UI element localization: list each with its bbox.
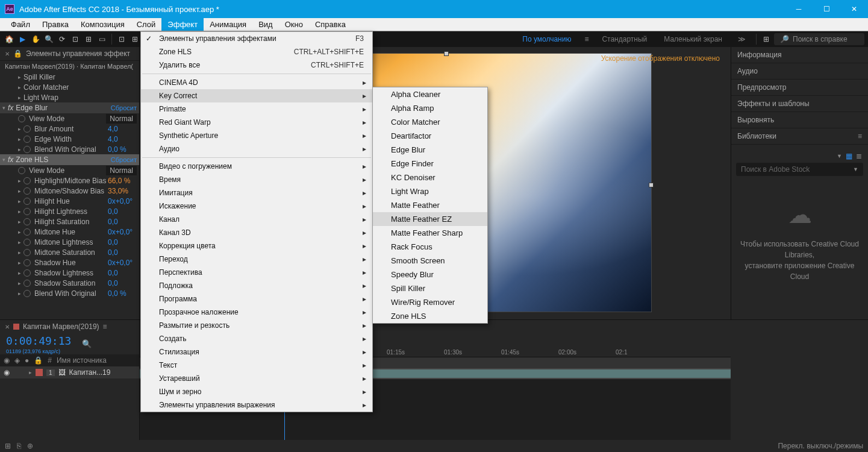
fx-prop-Blur Amount[interactable]: ▸Blur Amount4,0 (0, 124, 139, 134)
fx-group-Zone HLS[interactable]: ▾ fx Zone HLSСбросит (0, 154, 139, 165)
zoom-tool-icon[interactable]: 🔍 (43, 34, 54, 45)
fx-Spill Killer[interactable]: ▸Spill Killer (0, 72, 139, 82)
submenu-item-Speedy Blur[interactable]: Speedy Blur (373, 268, 487, 281)
status-icon3[interactable]: ⊕ (27, 442, 33, 450)
grid-icon[interactable]: ⊞ (761, 34, 772, 45)
search-help-input[interactable]: 🔎Поиск в справке (774, 33, 864, 45)
pan-behind-icon[interactable]: ⊞ (83, 34, 94, 45)
panel-Выровнять[interactable]: Выровнять (731, 112, 868, 128)
menu-item-Переход[interactable]: Переход▸ (141, 253, 372, 266)
menu-item-Red Giant Warp[interactable]: Red Giant Warp▸ (141, 116, 372, 129)
fx-prop-Edge Width[interactable]: ▸Edge Width4,0 (0, 134, 139, 144)
minimize-button[interactable]: ─ (785, 0, 813, 18)
menu-item-Стилизация[interactable]: Стилизация▸ (141, 345, 372, 359)
fx-prop-Highlight/Midtone Bias[interactable]: ▸Highlight/Midtone Bias66,0 % (0, 175, 139, 186)
menu-Слой[interactable]: Слой (131, 18, 162, 31)
submenu-item-Edge Blur[interactable]: Edge Blur (373, 143, 487, 157)
fx-prop-Hilight Lightness[interactable]: ▸Hilight Lightness0,0 (0, 206, 139, 216)
submenu-item-Smooth Screen[interactable]: Smooth Screen (373, 254, 487, 268)
menu-item-Программа[interactable]: Программа▸ (141, 292, 372, 306)
fx-prop-View Mode[interactable]: View ModeNormal (0, 113, 139, 124)
submenu-item-Color Matcher[interactable]: Color Matcher (373, 115, 487, 129)
status-icon2[interactable]: ⎘ (17, 442, 21, 450)
workspace-standard[interactable]: Стандартный (595, 35, 654, 43)
timeline-comp-tab[interactable]: ✕ Капитан Марвел(2019) ≡ (0, 320, 139, 333)
shape-tool-icon[interactable]: ▭ (96, 34, 107, 45)
timecode[interactable]: 0:00:49:13 (0, 333, 77, 348)
menu-item-Канал[interactable]: Канал▸ (141, 213, 372, 226)
maximize-button[interactable]: ☐ (813, 0, 840, 18)
comp-menu-icon[interactable]: ≡ (103, 322, 107, 331)
submenu-item-Matte Feather[interactable]: Matte Feather (373, 198, 487, 212)
camera-tool-icon[interactable]: ⊡ (70, 34, 81, 45)
menu-item-Элементы управления эффектами[interactable]: ✓Элементы управления эффектамиF3 (141, 32, 372, 45)
snap-icon[interactable]: ⊡ (116, 34, 127, 45)
menu-item-Synthetic Aperture[interactable]: Synthetic Aperture▸ (141, 129, 372, 142)
selection-tool-icon[interactable]: ▶ (17, 34, 28, 45)
menu-Окно[interactable]: Окно (279, 18, 309, 31)
menu-item-Zone HLS[interactable]: Zone HLSCTRL+ALT+SHIFT+E (141, 45, 372, 58)
submenu-item-Spill Killer[interactable]: Spill Killer (373, 281, 487, 295)
panel-Аудио[interactable]: Аудио (731, 63, 868, 80)
menu-item-CINEMA 4D[interactable]: CINEMA 4D▸ (141, 76, 372, 89)
submenu-item-KC Denoiser[interactable]: KC Denoiser (373, 171, 487, 184)
home-icon[interactable]: 🏠 (4, 34, 14, 45)
menu-item-Коррекция цвета[interactable]: Коррекция цвета▸ (141, 239, 372, 253)
menu-Композиция[interactable]: Композиция (75, 18, 131, 31)
fx-prop-Shadow Hue[interactable]: ▸Shadow Hue0x+0,0° (0, 257, 139, 268)
fx-prop-Hilight Saturation[interactable]: ▸Hilight Saturation0,0 (0, 216, 139, 227)
submenu-item-Edge Finder[interactable]: Edge Finder (373, 157, 487, 171)
menu-item-Прозрачное наложение[interactable]: Прозрачное наложение▸ (141, 306, 372, 319)
snap2-icon[interactable]: ⊞ (130, 34, 140, 45)
menu-Справка[interactable]: Справка (309, 18, 352, 31)
menu-item-Подложка[interactable]: Подложка▸ (141, 279, 372, 292)
fx-Light Wrap[interactable]: ▸Light Wrap (0, 92, 139, 102)
status-icon[interactable]: ⊞ (5, 442, 11, 450)
fx-prop-Blend With Original[interactable]: ▸Blend With Original0,0 % (0, 288, 139, 298)
menu-item-Элементы управления выражения[interactable]: Элементы управления выражения▸ (141, 398, 372, 412)
menu-item-Размытие и резкость[interactable]: Размытие и резкость▸ (141, 319, 372, 332)
fx-prop-Shadow Lightness[interactable]: ▸Shadow Lightness0,0 (0, 268, 139, 278)
menu-item-Время[interactable]: Время▸ (141, 173, 372, 186)
close-button[interactable]: ✕ (840, 0, 868, 18)
workspace-menu-icon[interactable]: ≡ (584, 35, 589, 43)
timeline-layer-row[interactable]: ◉ ▸ 1 🖼 Капитан...19 (0, 366, 139, 378)
hand-tool-icon[interactable]: ✋ (30, 34, 41, 45)
fx-group-Edge Blur[interactable]: ▾ fx Edge BlurСбросит (0, 102, 139, 113)
workspace-default[interactable]: По умолчанию (515, 35, 578, 43)
panel-Информация[interactable]: Информация (731, 47, 868, 63)
effect-controls-tab[interactable]: ✕ 🔒 Элементы управления эффект (0, 47, 139, 61)
close-icon[interactable]: ✕ (5, 324, 10, 330)
menu-item-Удалить все[interactable]: Удалить всеCTRL+SHIFT+E (141, 58, 372, 72)
menu-item-Перспектива[interactable]: Перспектива▸ (141, 266, 372, 279)
search-icon[interactable]: 🔍 (82, 339, 92, 348)
close-icon[interactable]: ✕ (5, 51, 10, 57)
menu-item-Key Correct[interactable]: Key Correct▸ (141, 89, 372, 102)
menu-item-Создать[interactable]: Создать▸ (141, 332, 372, 345)
submenu-item-Rack Focus[interactable]: Rack Focus (373, 240, 487, 254)
list-view-icon[interactable]: ≣ (856, 152, 862, 160)
fx-prop-Midtone Saturation[interactable]: ▸Midtone Saturation0,0 (0, 247, 139, 257)
submenu-item-Light Wrap[interactable]: Light Wrap (373, 184, 487, 198)
fx-prop-View Mode[interactable]: View ModeNormal (0, 165, 139, 175)
panel-Эффекты и шаблоны[interactable]: Эффекты и шаблоны (731, 96, 868, 112)
submenu-item-Deartifactor[interactable]: Deartifactor (373, 129, 487, 143)
rotate-tool-icon[interactable]: ⟳ (57, 34, 67, 45)
submenu-item-Alpha Cleaner[interactable]: Alpha Cleaner (373, 87, 487, 101)
submenu-item-Zone HLS[interactable]: Zone HLS (373, 309, 487, 323)
adobe-stock-search[interactable]: Поиск в Adobe Stock▼ (736, 163, 863, 176)
submenu-item-Matte Feather EZ[interactable]: Matte Feather EZ (373, 212, 487, 226)
fx-prop-Hilight Hue[interactable]: ▸Hilight Hue0x+0,0° (0, 196, 139, 206)
lock-icon[interactable]: 🔒 (13, 49, 22, 58)
menu-item-Устаревший[interactable]: Устаревший▸ (141, 372, 372, 385)
workspace-more-icon[interactable]: ≫ (738, 35, 746, 43)
menu-Правка[interactable]: Правка (36, 18, 75, 31)
lib-dd-icon[interactable]: ▼ (837, 153, 842, 159)
fx-prop-Midtone/Shadow Bias[interactable]: ▸Midtone/Shadow Bias33,0% (0, 186, 139, 196)
grid-view-icon[interactable]: ▦ (846, 152, 852, 160)
menu-item-Primatte[interactable]: Primatte▸ (141, 102, 372, 116)
menu-Вид[interactable]: Вид (252, 18, 279, 31)
submenu-item-Wire/Rig Remover[interactable]: Wire/Rig Remover (373, 295, 487, 309)
menu-Анимация[interactable]: Анимация (204, 18, 252, 31)
fx-Color Matcher[interactable]: ▸Color Matcher (0, 82, 139, 92)
